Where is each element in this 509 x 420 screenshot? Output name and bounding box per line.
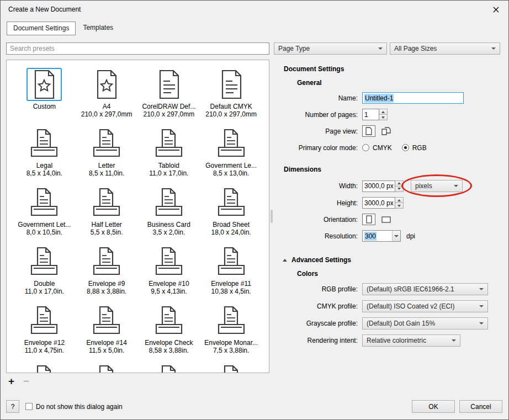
preset-item-double[interactable]: Double11,0 x 17,0in. [13,245,76,304]
units-value: pixels [415,182,432,190]
pages-row: Number of pages: 1 [279,109,500,120]
dimensions-heading: Dimensions [284,166,500,173]
preset-actions: + − [8,376,29,386]
dont-show-label: Do not show this dialog again [36,403,123,411]
colors-heading: Colors [297,270,500,278]
preset-item-envelope-9[interactable]: Envelope #98,88 x 3,88in. [76,245,138,304]
height-input[interactable]: 3000,0 px [362,197,395,209]
preset-item-broad-sheet[interactable]: Broad Sheet18,0 x 24,0in. [200,186,262,245]
preset-item-tabloid[interactable]: Tabloid11,0 x 17,0in. [138,127,200,186]
orientation-row: Orientation: [279,214,500,225]
preset-size: 7,5 x 3,88in. [213,347,249,354]
rgb-profile-dropdown[interactable]: (Default) sRGB IEC61966-2.1 [362,283,488,295]
cmyk-radio[interactable]: CMYK [362,144,392,152]
preset-item-default-cmyk[interactable]: Default CMYK210,0 x 297,0mm [200,68,262,127]
preset-name: Letter [98,162,115,169]
grayscale-profile-dropdown[interactable]: (Default) Dot Gain 15% [362,317,488,329]
preset-item-letter[interactable]: Letter8,5 x 11,0in. [76,127,138,186]
radio-on-icon [402,144,409,151]
preset-item-partial[interactable] [76,363,138,373]
spin-up-button[interactable] [395,197,404,203]
spin-up-button[interactable] [379,109,388,115]
preset-name: Envelope #14 [86,339,126,347]
chevron-down-icon [454,185,458,187]
page-view-row: Page view: [279,125,500,137]
tab-document-settings[interactable]: Document Settings [7,22,76,35]
resolution-dropdown[interactable]: 300 [362,230,401,242]
preset-item-partial[interactable] [138,363,200,373]
name-input[interactable]: Untitled-1 [362,92,464,104]
rgb-radio[interactable]: RGB [402,144,427,152]
color-mode-label: Primary color mode: [279,144,362,152]
dialog-title: Create a New Document [8,6,81,13]
tab-templates[interactable]: Templates [77,22,119,35]
preset-name: Broad Sheet [213,221,250,228]
tray-document-icon [214,363,249,373]
preset-item-government-le[interactable]: Government Le...8,5 x 13,0in. [200,127,262,186]
preset-item-envelope-11[interactable]: Envelope #1110,38 x 4,5in. [200,245,262,304]
close-icon[interactable] [487,2,504,17]
units-dropdown[interactable]: pixels [411,180,463,192]
resolution-row: Resolution: 300 dpi [279,230,500,242]
orientation-landscape-button[interactable] [379,214,393,225]
page-view-facing-button[interactable] [379,125,393,137]
tray-document-icon [26,304,62,337]
spin-down-button[interactable] [395,187,404,192]
tray-document-icon [214,186,249,219]
preset-name: Half Letter [91,221,121,228]
preset-item-legal[interactable]: Legal8,5 x 14,0in. [13,127,76,186]
arrow-down-icon [397,205,401,207]
gray-profile-row: Grayscale profile: (Default) Dot Gain 15… [279,317,500,329]
preset-name: Envelope #11 [211,280,251,288]
preset-item-custom[interactable]: Custom [13,68,76,127]
spin-down-button[interactable] [395,203,404,209]
collapse-icon[interactable] [283,259,287,262]
units-wrap: pixels [411,180,463,192]
preset-item-envelope-12[interactable]: Envelope #1211,0 x 4,75in. [13,304,76,363]
preset-item-envelope-check[interactable]: Envelope Check8,58 x 3,88in. [138,304,200,363]
page-sizes-dropdown[interactable]: All Page Sizes [390,42,500,55]
preset-name: Envelope #12 [24,339,65,347]
dont-show-checkbox[interactable] [25,403,33,410]
preset-size: 8,0 x 10,5in. [26,229,62,236]
tray-document-icon [89,363,124,373]
preset-item-coreldraw-def[interactable]: CorelDRAW Def...210,0 x 297,0mm [138,68,200,127]
width-input[interactable]: 3000,0 px [362,180,395,192]
preset-item-government-let[interactable]: Government Let...8,0 x 10,5in. [13,186,76,245]
arrow-down-icon [381,116,385,119]
page-type-dropdown[interactable]: Page Type [274,42,387,55]
preset-item-envelope-14[interactable]: Envelope #1411,5 x 5,0in. [76,304,138,363]
orientation-portrait-button[interactable] [362,214,375,225]
dropdown-arrow[interactable] [392,231,400,241]
preset-item-partial[interactable] [13,363,76,373]
dialog-body: CustomA4210,0 x 297,0mmCorelDRAW Def...2… [1,60,508,373]
spin-up-button[interactable] [395,180,404,187]
advanced-settings-header[interactable]: Advanced Settings [283,256,500,264]
remove-preset-button[interactable]: − [23,376,29,386]
preset-item-business-card[interactable]: Business Card3,5 x 2,0in. [138,186,200,245]
settings-heading: Document Settings [284,65,500,73]
star-document-icon [26,68,62,101]
preset-item-envelope-10[interactable]: Envelope #109,5 x 4,13in. [138,245,200,304]
help-button[interactable]: ? [6,400,19,413]
add-preset-button[interactable]: + [8,376,14,386]
spin-down-button[interactable] [379,115,388,120]
ok-button[interactable]: OK [412,400,455,413]
preset-item-half-letter[interactable]: Half Letter5,5 x 8,5in. [76,186,138,245]
preset-item-a4[interactable]: A4210,0 x 297,0mm [76,68,138,127]
rendering-intent-dropdown[interactable]: Relative colorimetric [362,334,460,347]
preset-size: 210,0 x 297,0mm [144,111,195,118]
cancel-button[interactable]: Cancel [459,400,502,413]
create-new-document-dialog: Create a New Document Document Settings … [0,0,509,420]
cmyk-profile-dropdown[interactable]: (Default) ISO Coated v2 (ECI) [362,300,488,312]
preset-item-envelope-monar[interactable]: Envelope Monar...7,5 x 3,88in. [200,304,262,363]
preset-item-partial[interactable] [200,363,262,373]
width-value: 3000,0 px [364,182,394,190]
pages-input[interactable]: 1 [362,109,379,120]
tray-document-icon [214,304,249,337]
panel-splitter[interactable] [269,60,274,373]
dialog-footer: ? Do not show this dialog again OK Cance… [6,400,502,413]
page-view-single-button[interactable] [362,125,375,137]
search-input[interactable] [6,42,269,55]
preset-name: Default CMYK [210,103,252,110]
